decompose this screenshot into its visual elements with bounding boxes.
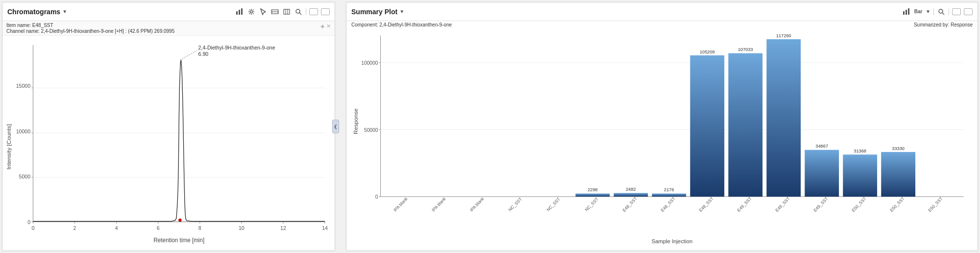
svg-text:4: 4: [115, 225, 118, 231]
svg-text:5000: 5000: [19, 174, 31, 179]
svg-point-11: [296, 9, 300, 13]
chromatogram-panel: Chromatograms ▼: [2, 2, 335, 251]
svg-text:2,4-Diethyl-9H-thioxanthen-9-o: 2,4-Diethyl-9H-thioxanthen-9-one: [198, 45, 275, 51]
bar-label-icon[interactable]: Bar: [914, 7, 923, 16]
svg-text:E49_SST: E49_SST: [736, 196, 753, 213]
svg-text:E50_SST: E50_SST: [889, 196, 906, 213]
svg-text:0: 0: [27, 219, 30, 225]
svg-text:2298: 2298: [588, 187, 598, 192]
svg-rect-93: [805, 150, 839, 197]
svg-rect-78: [614, 193, 648, 197]
svg-text:14: 14: [322, 225, 328, 231]
info-close-icon[interactable]: ✕: [326, 23, 331, 29]
svg-text:117290: 117290: [776, 33, 791, 38]
svg-text:NC_SST: NC_SST: [584, 196, 600, 212]
svg-point-3: [250, 10, 253, 13]
scale-icon[interactable]: [270, 7, 279, 16]
svg-text:E48_SST: E48_SST: [622, 196, 638, 213]
window-box-icon-right[interactable]: [952, 8, 961, 15]
svg-text:2176: 2176: [664, 187, 674, 192]
summary-svg: Response 0 50000 100000 Sample Injection: [350, 30, 974, 249]
svg-text:NC_SST: NC_SST: [508, 196, 523, 212]
svg-rect-87: [728, 53, 762, 197]
summary-header: Summary Plot ▼ Bar ▼: [346, 2, 978, 21]
bar-chart-icon[interactable]: [235, 7, 244, 16]
svg-text:12: 12: [280, 225, 286, 231]
chromatogram-title-text: Chromatograms: [7, 8, 60, 16]
svg-rect-96: [843, 154, 877, 197]
svg-line-45: [180, 51, 197, 60]
svg-text:Retention time [min]: Retention time [min]: [153, 237, 204, 244]
svg-text:Sample Injection: Sample Injection: [652, 238, 692, 244]
svg-rect-50: [908, 8, 909, 15]
summary-dropdown-icon[interactable]: ▼: [399, 9, 404, 14]
component-label: Component: 2,4-Diethyl-9H-thioxanthen-9-…: [351, 22, 452, 27]
svg-text:6: 6: [157, 225, 160, 231]
svg-rect-99: [881, 152, 915, 197]
svg-text:10: 10: [239, 225, 245, 231]
svg-rect-1: [239, 10, 240, 15]
tool-separator-right: [933, 8, 934, 15]
svg-text:31368: 31368: [854, 149, 866, 153]
svg-text:50000: 50000: [364, 127, 378, 132]
window-restore-icon[interactable]: [321, 8, 330, 15]
svg-rect-2: [241, 8, 243, 15]
item-name-text: Item name: E48_SST: [6, 23, 331, 28]
svg-line-12: [299, 13, 301, 15]
chromatogram-tools: [235, 7, 330, 16]
svg-text:Response: Response: [353, 108, 359, 134]
svg-rect-84: [690, 55, 724, 197]
search-icon[interactable]: [294, 7, 303, 16]
summary-chart-area: Response 0 50000 100000 Sample Injection: [346, 28, 978, 251]
svg-line-52: [942, 13, 944, 15]
svg-rect-48: [903, 11, 905, 15]
svg-text:15000: 15000: [16, 83, 31, 89]
svg-text:0: 0: [375, 194, 378, 200]
svg-text:E48_SST: E48_SST: [698, 196, 715, 213]
svg-text:Intensity [Counts]: Intensity [Counts]: [5, 124, 12, 170]
map-icon[interactable]: [282, 7, 291, 16]
svg-text:IPA blank: IPA blank: [431, 196, 447, 213]
collapse-arrow-icon: ❮: [334, 124, 338, 129]
info-action-icons: ◈ ✕: [320, 23, 331, 29]
search-icon-right[interactable]: [937, 7, 946, 16]
svg-rect-8: [284, 9, 290, 14]
summary-tools: Bar ▼: [902, 7, 973, 16]
svg-text:E50_SST: E50_SST: [927, 196, 944, 213]
chromatogram-title[interactable]: Chromatograms ▼: [7, 8, 67, 16]
gear-icon[interactable]: [247, 7, 256, 16]
bar-dropdown-icon[interactable]: ▼: [926, 9, 931, 14]
summary-title-text: Summary Plot: [351, 8, 397, 16]
svg-text:10000: 10000: [16, 128, 31, 134]
svg-rect-75: [576, 194, 610, 197]
svg-text:E48_SST: E48_SST: [660, 196, 677, 213]
svg-text:2482: 2482: [626, 187, 636, 192]
svg-text:IPA blank: IPA blank: [392, 196, 409, 213]
chromatogram-chart-area: 0 5000 10000 15000 0 2 4 6 8 10 12 14: [2, 36, 335, 251]
svg-rect-90: [766, 39, 801, 197]
svg-point-44: [178, 219, 181, 222]
collapse-handle[interactable]: ❮: [332, 120, 339, 133]
window-restore-icon-right[interactable]: [964, 8, 973, 15]
svg-text:NC_SST: NC_SST: [546, 196, 562, 212]
svg-text:IPA blank: IPA blank: [469, 196, 485, 213]
chromatogram-dropdown-icon[interactable]: ▼: [62, 9, 67, 14]
info-pin-icon[interactable]: ◈: [320, 23, 324, 29]
svg-point-51: [939, 9, 943, 13]
window-box-icon[interactable]: [309, 8, 318, 15]
svg-text:6.90: 6.90: [198, 51, 209, 57]
svg-text:107033: 107033: [738, 47, 753, 52]
svg-text:105209: 105209: [700, 49, 715, 54]
svg-text:100000: 100000: [361, 60, 378, 66]
cursor-icon[interactable]: [259, 7, 268, 16]
summarized-by-label: Summarized by: Response: [914, 22, 973, 27]
svg-text:E50_SST: E50_SST: [851, 196, 867, 213]
svg-text:8: 8: [198, 225, 201, 231]
collapse-handle-container: ❮: [337, 2, 344, 251]
tool-separator-right2: [949, 8, 949, 15]
summary-panel: Summary Plot ▼ Bar ▼ Component: 2,4-Diet…: [346, 2, 978, 251]
bar-chart-icon-right[interactable]: [902, 7, 911, 16]
summary-title[interactable]: Summary Plot ▼: [351, 8, 404, 16]
svg-text:0: 0: [32, 225, 35, 231]
svg-text:34867: 34867: [815, 144, 828, 149]
